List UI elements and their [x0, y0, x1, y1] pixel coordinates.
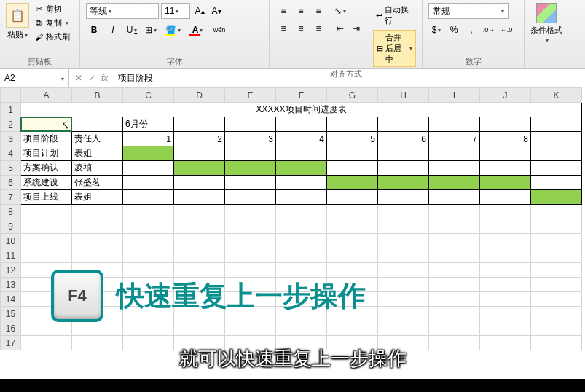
number-format-select[interactable]: 常规 — [428, 3, 509, 19]
cell-J16[interactable] — [480, 321, 531, 336]
accounting-button[interactable]: $ — [428, 22, 444, 38]
formula-input[interactable]: 项目阶段 — [114, 72, 585, 85]
row-header-8[interactable]: 8 — [1, 205, 21, 219]
cell-H14[interactable] — [378, 292, 429, 307]
cell-B16[interactable] — [72, 321, 123, 336]
cell-D2[interactable] — [174, 117, 225, 132]
cell-K10[interactable] — [531, 234, 582, 248]
cell-H4[interactable] — [378, 146, 429, 161]
cell-K11[interactable] — [531, 248, 582, 263]
cell-G5[interactable] — [327, 161, 378, 176]
cell-E7[interactable] — [225, 190, 276, 205]
cell-G3[interactable]: 5 — [327, 132, 378, 146]
phonetic-button[interactable]: wén — [211, 22, 227, 38]
cell-K5[interactable] — [531, 161, 582, 176]
cell-G7[interactable] — [327, 190, 378, 205]
cell-I8[interactable] — [429, 205, 480, 219]
cell-B8[interactable] — [72, 205, 123, 219]
cell-K3[interactable] — [531, 132, 582, 146]
cell-D7[interactable] — [174, 190, 225, 205]
col-header-K[interactable]: K — [531, 88, 582, 103]
cell-F2[interactable] — [276, 117, 327, 132]
cell-B2[interactable] — [72, 117, 123, 132]
cell-K9[interactable] — [531, 219, 582, 234]
comma-button[interactable]: , — [463, 22, 479, 38]
increase-decimal-button[interactable]: .0→ — [481, 22, 497, 38]
decrease-indent-button[interactable]: ⇤ — [332, 20, 348, 36]
confirm-formula-button[interactable]: ✓ — [88, 73, 95, 83]
cell-I16[interactable] — [429, 321, 480, 336]
cell-C8[interactable] — [123, 205, 174, 219]
align-right-button[interactable]: ≡ — [310, 20, 326, 36]
cell-H13[interactable] — [378, 278, 429, 292]
align-middle-button[interactable]: ≡ — [293, 3, 309, 19]
col-header-E[interactable]: E — [225, 88, 276, 103]
cell-J7[interactable] — [480, 190, 531, 205]
row-header-14[interactable]: 14 — [1, 292, 21, 307]
col-header-H[interactable]: H — [378, 88, 429, 103]
font-size-select[interactable]: 11 — [161, 3, 190, 19]
cell-B9[interactable] — [72, 219, 123, 234]
cell-J8[interactable] — [480, 205, 531, 219]
cell-A6[interactable]: 系统建设 — [21, 176, 72, 190]
cell-I12[interactable] — [429, 263, 480, 278]
cell-E11[interactable] — [225, 248, 276, 263]
row-header-5[interactable]: 5 — [1, 161, 21, 176]
cell-H12[interactable] — [378, 263, 429, 278]
cell-K14[interactable] — [531, 292, 582, 307]
cell-J12[interactable] — [480, 263, 531, 278]
cell-H16[interactable] — [378, 321, 429, 336]
cell-D16[interactable] — [174, 321, 225, 336]
cut-button[interactable]: ✂剪切 — [32, 3, 71, 15]
cancel-formula-button[interactable]: ✕ — [75, 73, 82, 83]
cell-G11[interactable] — [327, 248, 378, 263]
cell-H15[interactable] — [378, 307, 429, 321]
cell-C7[interactable] — [123, 190, 174, 205]
select-all-corner[interactable] — [1, 88, 21, 103]
name-box[interactable]: A2 — [0, 69, 69, 87]
col-header-F[interactable]: F — [276, 88, 327, 103]
paste-label[interactable]: 粘贴 — [7, 29, 28, 40]
cell-G9[interactable] — [327, 219, 378, 234]
cell-D5[interactable] — [174, 161, 225, 176]
cell-D3[interactable]: 2 — [174, 132, 225, 146]
align-left-button[interactable]: ≡ — [275, 20, 291, 36]
cell-J9[interactable] — [480, 219, 531, 234]
cell-I13[interactable] — [429, 278, 480, 292]
cell-K12[interactable] — [531, 263, 582, 278]
cell-B11[interactable] — [72, 248, 123, 263]
cell-J14[interactable] — [480, 292, 531, 307]
col-header-A[interactable]: A — [21, 88, 72, 103]
cell-J13[interactable] — [480, 278, 531, 292]
cell-J2[interactable] — [480, 117, 531, 132]
cell-H11[interactable] — [378, 248, 429, 263]
cell-A5[interactable]: 方案确认 — [21, 161, 72, 176]
row-header-15[interactable]: 15 — [1, 307, 21, 321]
cell-I15[interactable] — [429, 307, 480, 321]
cell-E2[interactable] — [225, 117, 276, 132]
cell-F3[interactable]: 4 — [276, 132, 327, 146]
cell-D8[interactable] — [174, 205, 225, 219]
col-header-D[interactable]: D — [174, 88, 225, 103]
percent-button[interactable]: % — [446, 22, 462, 38]
row-header-7[interactable]: 7 — [1, 190, 21, 205]
cell-F9[interactable] — [276, 219, 327, 234]
cell-K2[interactable] — [531, 117, 582, 132]
cell-B7[interactable]: 表姐 — [72, 190, 123, 205]
cell-B3[interactable]: 责任人 — [72, 132, 123, 146]
sheet-title-cell[interactable]: XXXXX项目时间进度表 — [21, 103, 582, 117]
fill-color-button[interactable]: 🪣 — [162, 22, 184, 38]
cell-I6[interactable] — [429, 176, 480, 190]
cell-I4[interactable] — [429, 146, 480, 161]
cell-B6[interactable]: 张盛茗 — [72, 176, 123, 190]
row-header-1[interactable]: 1 — [1, 103, 21, 117]
cell-H10[interactable] — [378, 234, 429, 248]
cell-D11[interactable] — [174, 248, 225, 263]
cell-H9[interactable] — [378, 219, 429, 234]
cell-I9[interactable] — [429, 219, 480, 234]
cell-E16[interactable] — [225, 321, 276, 336]
cell-F8[interactable] — [276, 205, 327, 219]
cell-J3[interactable]: 8 — [480, 132, 531, 146]
wrap-text-button[interactable]: ↩自动换行 — [373, 3, 416, 28]
align-top-button[interactable]: ≡ — [275, 3, 291, 19]
